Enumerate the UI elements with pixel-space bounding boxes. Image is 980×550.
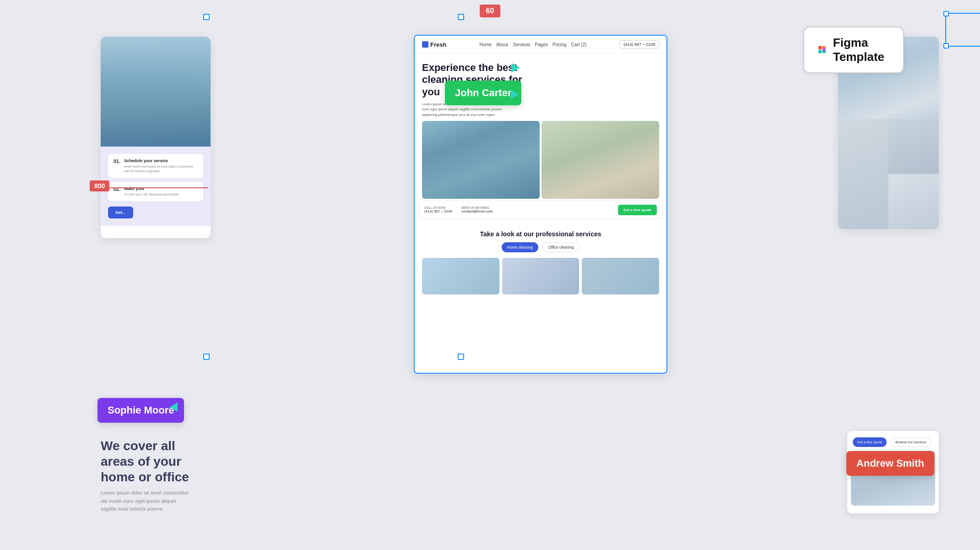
nav-cart: Cart (2): [571, 42, 587, 47]
rbm-btn-quote[interactable]: Get a free quote: [853, 437, 887, 447]
rbm-btn-browse[interactable]: Browse our services: [890, 437, 931, 447]
site-contact-bar: CALL US NOW (414) 567 – 2109 SEND US AN …: [418, 201, 663, 219]
hero-image-woman: [422, 121, 540, 199]
handle-bl-mockup: [203, 354, 210, 360]
contact-cta-button[interactable]: Get a free quote: [618, 205, 657, 215]
handle-tl-mockup: [203, 14, 210, 20]
right-panel-bottom: [838, 119, 939, 229]
call-value: (414) 567 – 2109: [424, 209, 452, 213]
john-carter-badge: John Carter: [445, 81, 521, 105]
contact-phone-block: CALL US NOW (414) 567 – 2109: [424, 206, 452, 213]
cursor-arrow-teal-top: [512, 63, 520, 72]
service-image-3: [582, 258, 659, 294]
step-2: 02. Make your Ut enim ad n elit, deserun…: [108, 182, 203, 201]
step-2-body: Ut enim ad n elit, deserunt exercitation: [124, 192, 179, 197]
services-tabs: Home cleaning Office cleaning: [422, 242, 659, 252]
handle-tr-mockup: [458, 14, 464, 20]
site-nav: Fresh Home About Services Pages Pricing …: [415, 36, 666, 54]
email-label: SEND US AN EMAIL: [461, 206, 493, 209]
service-image-1: [422, 258, 499, 294]
svg-rect-6: [818, 50, 822, 53]
handle-br-mockup: [458, 354, 464, 360]
hero-image-living-room: [541, 121, 659, 199]
site-logo-icon: [422, 41, 428, 48]
figma-template-badge: Figma Template: [803, 27, 904, 73]
cursor-arrow-teal-john: [511, 90, 519, 99]
site-services: Take a look at our professional services…: [415, 221, 666, 300]
nav-services: Services: [513, 42, 530, 47]
svg-point-5: [822, 48, 825, 51]
right-panel-image-rb: [888, 174, 939, 229]
site-hero-images: [422, 121, 659, 199]
nav-pages: Pages: [535, 42, 548, 47]
svg-rect-2: [818, 46, 822, 49]
left-lower-title: We cover all areas of your home or offic…: [101, 438, 192, 485]
left-panel-image: [101, 37, 211, 147]
step-1-body: Amet morbi sed turpor mi risus diam a na…: [124, 164, 198, 174]
figma-logo-icon: [817, 42, 828, 58]
tab-office-cleaning[interactable]: Office cleaning: [542, 242, 579, 252]
right-panel-image-left: [838, 119, 888, 229]
cursor-arrow-teal-sophie: [169, 403, 178, 412]
left-panel-content: 01. Schedule your service Amet morbi sed…: [101, 147, 211, 226]
service-image-2: [502, 258, 579, 294]
services-title: Take a look at our professional services: [422, 230, 659, 238]
figma-template-selection: [945, 13, 980, 47]
services-images: [422, 258, 659, 294]
site-logo-text: Fresh: [430, 41, 446, 48]
call-label: CALL US NOW: [424, 206, 452, 209]
contact-info: CALL US NOW (414) 567 – 2109 SEND US AN …: [424, 206, 493, 213]
site-hero: Experience the best cleaning services fo…: [415, 54, 666, 199]
step-1-title: Schedule your service: [124, 158, 198, 163]
site-logo: Fresh: [422, 41, 446, 48]
contact-email-block: SEND US AN EMAIL contact@fresh.com: [461, 206, 493, 213]
measurement-badge-left: 800: [90, 180, 109, 191]
nav-pricing: Pricing: [552, 42, 567, 47]
right-panel-image-right: [888, 119, 939, 229]
left-panel-cta-button[interactable]: Get...: [108, 207, 133, 218]
canvas: 60 800 Figma Template: [0, 0, 980, 550]
nav-home: Home: [479, 42, 492, 47]
left-lower-text: We cover all areas of your home or offic…: [101, 438, 192, 513]
rbm-buttons: Get a free quote Browse our services: [847, 431, 939, 451]
site-phone: (414) 567 – 2109: [619, 40, 659, 49]
handle-bl: [943, 43, 949, 49]
nav-about: About: [496, 42, 508, 47]
tab-home-cleaning[interactable]: Home cleaning: [502, 242, 539, 252]
measurement-line-horizontal: [103, 187, 208, 188]
right-panel-image-rt: [888, 119, 939, 174]
step-1-number: 01.: [114, 158, 120, 164]
email-value: contact@fresh.com: [461, 209, 493, 213]
andrew-smith-badge: Andrew Smith: [846, 451, 934, 476]
left-panel: 01. Schedule your service Amet morbi sed…: [101, 37, 211, 238]
left-lower-desc: Lorem ipsum dolor sit amet consectetur o…: [101, 489, 192, 513]
measurement-badge-top: 60: [480, 5, 501, 17]
handle-tl: [943, 11, 949, 16]
site-nav-links: Home About Services Pages Pricing Cart (…: [479, 42, 586, 47]
step-1: 01. Schedule your service Amet morbi sed…: [108, 154, 203, 178]
figma-template-label: Figma Template: [833, 36, 890, 64]
